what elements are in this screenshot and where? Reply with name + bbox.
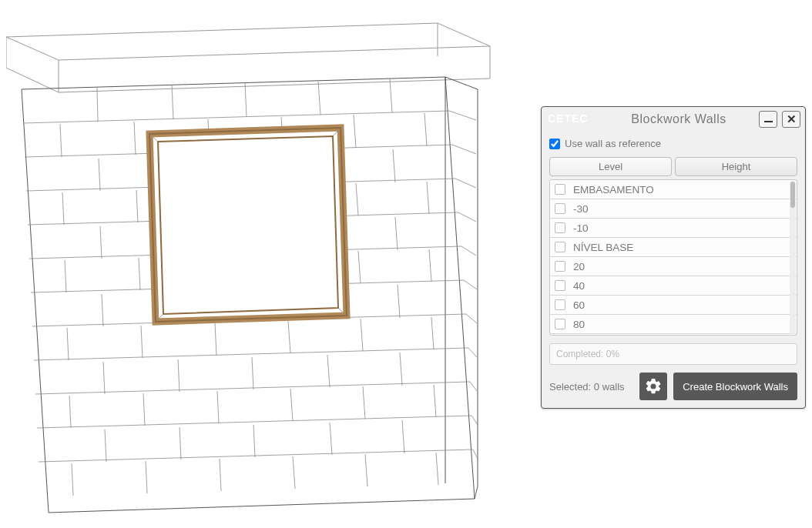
svg-line-65 [434,385,436,417]
svg-line-27 [62,192,64,225]
svg-line-0 [23,111,449,123]
minimize-button[interactable] [759,111,777,128]
svg-line-13 [245,83,247,117]
svg-line-11 [97,88,98,122]
svg-line-60 [69,396,71,428]
svg-line-85 [461,246,476,256]
row-checkbox[interactable] [555,299,565,310]
tabs: Level Height [549,157,797,176]
scrollbar[interactable] [790,181,796,334]
svg-line-43 [429,249,431,282]
svg-line-49 [67,328,69,360]
svg-line-61 [143,393,145,426]
svg-line-28 [136,190,138,222]
svg-line-56 [178,359,180,392]
list-item[interactable]: 80 [550,315,797,334]
use-wall-checkbox[interactable] [549,139,560,149]
row-checkbox[interactable] [555,242,565,252]
tab-height[interactable]: Height [675,157,797,176]
row-checkbox[interactable] [555,261,565,272]
svg-line-59 [400,353,402,386]
svg-line-91 [473,449,478,459]
list-item[interactable]: -10 [550,219,797,238]
svg-line-15 [390,79,392,112]
svg-line-55 [103,362,105,394]
svg-line-14 [318,82,320,115]
selected-walls-label: Selected: 0 walls [549,381,633,393]
settings-button[interactable] [639,373,667,400]
list-item-label: NÍVEL BASE [573,242,633,253]
svg-line-58 [327,355,330,387]
create-blockwork-button[interactable]: Create Blockwork Walls [673,373,797,400]
close-icon: ✕ [787,112,797,126]
list-item-label: 40 [573,280,585,292]
svg-line-67 [180,427,181,459]
svg-line-16 [60,124,62,157]
svg-line-12 [172,85,173,119]
svg-line-69 [330,423,332,455]
svg-line-44 [102,294,103,326]
blockwork-walls-dialog: CETEC Blockwork Walls ✕ Use wall as refe… [541,106,806,409]
svg-line-17 [134,122,136,155]
use-wall-row: Use wall as reference [549,138,797,149]
use-wall-label: Use wall as reference [565,138,661,149]
list-item-label: 60 [573,299,585,311]
svg-line-73 [220,459,221,491]
dialog-footer: Selected: 0 walls Create Blockwork Walls [549,373,797,400]
svg-line-10 [39,449,473,462]
scrollbar-thumb[interactable] [790,182,795,208]
svg-line-54 [431,317,434,349]
list-item-label: EMBASAMENTO [573,184,654,195]
svg-line-70 [402,420,404,453]
svg-line-90 [471,416,478,425]
list-item[interactable]: 100 [550,334,797,336]
row-checkbox[interactable] [555,203,565,214]
row-checkbox[interactable] [555,319,565,329]
list-item-label: -30 [573,203,589,215]
svg-line-26 [393,149,395,182]
row-checkbox[interactable] [555,184,565,195]
svg-line-84 [458,212,476,222]
svg-line-89 [470,382,477,391]
svg-line-22 [99,159,100,191]
list-item[interactable]: 20 [550,257,797,276]
svg-line-71 [72,463,73,496]
svg-line-82 [452,145,476,154]
svg-line-7 [34,348,468,360]
list-item-label: 20 [573,261,585,272]
tab-level[interactable]: Level [549,157,672,176]
gear-icon [644,377,663,396]
svg-line-39 [139,258,140,290]
svg-line-88 [468,348,477,357]
svg-line-31 [356,183,358,216]
svg-line-57 [252,357,253,389]
svg-line-33 [100,226,102,259]
blockwork-wall-model: .edge { stroke:#555; stroke-width:1; fil… [6,14,499,514]
list-item[interactable]: NÍVEL BASE [550,238,797,257]
svg-line-62 [217,391,219,423]
svg-line-38 [65,260,66,292]
svg-line-20 [354,115,356,148]
svg-line-21 [424,113,427,146]
svg-line-72 [146,461,147,493]
minimize-icon [764,121,773,122]
row-checkbox[interactable] [555,222,565,233]
progress-label: Completed: 0% [549,343,797,365]
list-item[interactable]: EMBASAMENTO [550,180,797,199]
svg-line-87 [466,314,477,323]
close-button[interactable]: ✕ [782,111,800,128]
row-checkbox[interactable] [555,280,565,291]
dialog-titlebar[interactable]: CETEC Blockwork Walls ✕ [542,107,805,132]
list-item[interactable]: 40 [550,276,797,296]
svg-line-42 [358,251,361,283]
svg-line-51 [215,323,216,356]
svg-line-53 [361,319,363,351]
svg-line-81 [449,111,476,120]
svg-line-32 [427,182,429,214]
svg-line-86 [464,280,477,289]
cetec-logo: CETEC [548,112,599,127]
list-item[interactable]: 60 [550,296,797,315]
svg-line-48 [398,285,400,318]
list-item[interactable]: -30 [550,199,797,219]
svg-line-68 [253,425,255,457]
